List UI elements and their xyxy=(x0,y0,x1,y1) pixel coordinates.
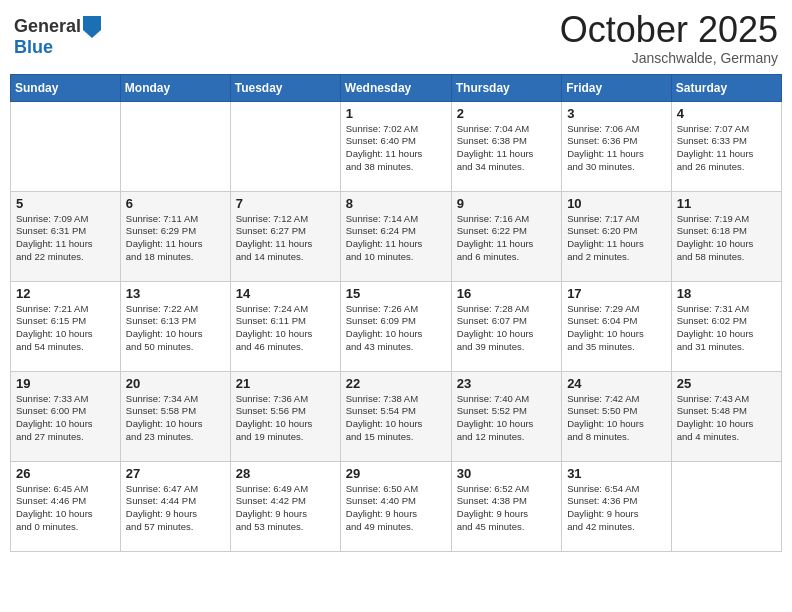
day-number: 15 xyxy=(346,286,446,301)
day-info: Sunrise: 7:31 AM Sunset: 6:02 PM Dayligh… xyxy=(677,303,776,354)
calendar-cell: 20Sunrise: 7:34 AM Sunset: 5:58 PM Dayli… xyxy=(120,371,230,461)
week-row-5: 26Sunrise: 6:45 AM Sunset: 4:46 PM Dayli… xyxy=(11,461,782,551)
title-block: October 2025 Janschwalde, Germany xyxy=(560,10,778,66)
calendar-cell: 31Sunrise: 6:54 AM Sunset: 4:36 PM Dayli… xyxy=(562,461,672,551)
day-info: Sunrise: 7:12 AM Sunset: 6:27 PM Dayligh… xyxy=(236,213,335,264)
month-title: October 2025 xyxy=(560,10,778,50)
day-info: Sunrise: 7:16 AM Sunset: 6:22 PM Dayligh… xyxy=(457,213,556,264)
day-info: Sunrise: 7:29 AM Sunset: 6:04 PM Dayligh… xyxy=(567,303,666,354)
day-info: Sunrise: 7:07 AM Sunset: 6:33 PM Dayligh… xyxy=(677,123,776,174)
day-info: Sunrise: 7:26 AM Sunset: 6:09 PM Dayligh… xyxy=(346,303,446,354)
calendar-table: SundayMondayTuesdayWednesdayThursdayFrid… xyxy=(10,74,782,552)
day-number: 18 xyxy=(677,286,776,301)
day-number: 9 xyxy=(457,196,556,211)
day-number: 23 xyxy=(457,376,556,391)
calendar-cell: 24Sunrise: 7:42 AM Sunset: 5:50 PM Dayli… xyxy=(562,371,672,461)
calendar-cell: 26Sunrise: 6:45 AM Sunset: 4:46 PM Dayli… xyxy=(11,461,121,551)
day-info: Sunrise: 6:54 AM Sunset: 4:36 PM Dayligh… xyxy=(567,483,666,534)
weekday-friday: Friday xyxy=(562,74,672,101)
calendar-body: 1Sunrise: 7:02 AM Sunset: 6:40 PM Daylig… xyxy=(11,101,782,551)
day-number: 11 xyxy=(677,196,776,211)
day-number: 28 xyxy=(236,466,335,481)
weekday-monday: Monday xyxy=(120,74,230,101)
day-info: Sunrise: 7:06 AM Sunset: 6:36 PM Dayligh… xyxy=(567,123,666,174)
day-number: 5 xyxy=(16,196,115,211)
week-row-2: 5Sunrise: 7:09 AM Sunset: 6:31 PM Daylig… xyxy=(11,191,782,281)
calendar-cell xyxy=(671,461,781,551)
day-info: Sunrise: 7:11 AM Sunset: 6:29 PM Dayligh… xyxy=(126,213,225,264)
day-number: 20 xyxy=(126,376,225,391)
day-number: 21 xyxy=(236,376,335,391)
day-number: 19 xyxy=(16,376,115,391)
day-info: Sunrise: 7:21 AM Sunset: 6:15 PM Dayligh… xyxy=(16,303,115,354)
day-number: 1 xyxy=(346,106,446,121)
logo-icon xyxy=(83,16,101,38)
day-number: 22 xyxy=(346,376,446,391)
calendar-cell: 14Sunrise: 7:24 AM Sunset: 6:11 PM Dayli… xyxy=(230,281,340,371)
week-row-1: 1Sunrise: 7:02 AM Sunset: 6:40 PM Daylig… xyxy=(11,101,782,191)
day-info: Sunrise: 6:45 AM Sunset: 4:46 PM Dayligh… xyxy=(16,483,115,534)
day-number: 30 xyxy=(457,466,556,481)
day-info: Sunrise: 6:49 AM Sunset: 4:42 PM Dayligh… xyxy=(236,483,335,534)
day-info: Sunrise: 7:14 AM Sunset: 6:24 PM Dayligh… xyxy=(346,213,446,264)
day-info: Sunrise: 7:36 AM Sunset: 5:56 PM Dayligh… xyxy=(236,393,335,444)
day-number: 2 xyxy=(457,106,556,121)
calendar-cell: 12Sunrise: 7:21 AM Sunset: 6:15 PM Dayli… xyxy=(11,281,121,371)
weekday-sunday: Sunday xyxy=(11,74,121,101)
day-number: 10 xyxy=(567,196,666,211)
calendar-cell: 23Sunrise: 7:40 AM Sunset: 5:52 PM Dayli… xyxy=(451,371,561,461)
day-number: 25 xyxy=(677,376,776,391)
day-number: 3 xyxy=(567,106,666,121)
logo-blue: Blue xyxy=(14,37,53,57)
day-info: Sunrise: 7:04 AM Sunset: 6:38 PM Dayligh… xyxy=(457,123,556,174)
day-info: Sunrise: 7:33 AM Sunset: 6:00 PM Dayligh… xyxy=(16,393,115,444)
calendar-cell: 25Sunrise: 7:43 AM Sunset: 5:48 PM Dayli… xyxy=(671,371,781,461)
location: Janschwalde, Germany xyxy=(560,50,778,66)
day-info: Sunrise: 7:09 AM Sunset: 6:31 PM Dayligh… xyxy=(16,213,115,264)
calendar-cell: 18Sunrise: 7:31 AM Sunset: 6:02 PM Dayli… xyxy=(671,281,781,371)
logo-general: General xyxy=(14,17,81,37)
calendar-cell: 16Sunrise: 7:28 AM Sunset: 6:07 PM Dayli… xyxy=(451,281,561,371)
day-info: Sunrise: 7:22 AM Sunset: 6:13 PM Dayligh… xyxy=(126,303,225,354)
day-info: Sunrise: 6:50 AM Sunset: 4:40 PM Dayligh… xyxy=(346,483,446,534)
day-number: 7 xyxy=(236,196,335,211)
day-number: 8 xyxy=(346,196,446,211)
calendar-cell: 17Sunrise: 7:29 AM Sunset: 6:04 PM Dayli… xyxy=(562,281,672,371)
weekday-header-row: SundayMondayTuesdayWednesdayThursdayFrid… xyxy=(11,74,782,101)
calendar-cell: 11Sunrise: 7:19 AM Sunset: 6:18 PM Dayli… xyxy=(671,191,781,281)
day-info: Sunrise: 7:02 AM Sunset: 6:40 PM Dayligh… xyxy=(346,123,446,174)
calendar-cell: 13Sunrise: 7:22 AM Sunset: 6:13 PM Dayli… xyxy=(120,281,230,371)
week-row-3: 12Sunrise: 7:21 AM Sunset: 6:15 PM Dayli… xyxy=(11,281,782,371)
calendar-cell: 9Sunrise: 7:16 AM Sunset: 6:22 PM Daylig… xyxy=(451,191,561,281)
calendar-cell: 3Sunrise: 7:06 AM Sunset: 6:36 PM Daylig… xyxy=(562,101,672,191)
calendar-cell: 7Sunrise: 7:12 AM Sunset: 6:27 PM Daylig… xyxy=(230,191,340,281)
calendar-cell: 21Sunrise: 7:36 AM Sunset: 5:56 PM Dayli… xyxy=(230,371,340,461)
weekday-wednesday: Wednesday xyxy=(340,74,451,101)
calendar-cell xyxy=(11,101,121,191)
day-number: 4 xyxy=(677,106,776,121)
day-info: Sunrise: 7:24 AM Sunset: 6:11 PM Dayligh… xyxy=(236,303,335,354)
day-number: 24 xyxy=(567,376,666,391)
calendar-cell xyxy=(120,101,230,191)
day-info: Sunrise: 7:38 AM Sunset: 5:54 PM Dayligh… xyxy=(346,393,446,444)
day-number: 12 xyxy=(16,286,115,301)
page-header: General Blue October 2025 Janschwalde, G… xyxy=(10,10,782,66)
calendar-cell: 19Sunrise: 7:33 AM Sunset: 6:00 PM Dayli… xyxy=(11,371,121,461)
day-number: 13 xyxy=(126,286,225,301)
weekday-tuesday: Tuesday xyxy=(230,74,340,101)
day-number: 26 xyxy=(16,466,115,481)
day-info: Sunrise: 7:28 AM Sunset: 6:07 PM Dayligh… xyxy=(457,303,556,354)
calendar-cell: 6Sunrise: 7:11 AM Sunset: 6:29 PM Daylig… xyxy=(120,191,230,281)
calendar-cell: 29Sunrise: 6:50 AM Sunset: 4:40 PM Dayli… xyxy=(340,461,451,551)
day-info: Sunrise: 7:19 AM Sunset: 6:18 PM Dayligh… xyxy=(677,213,776,264)
calendar-cell: 22Sunrise: 7:38 AM Sunset: 5:54 PM Dayli… xyxy=(340,371,451,461)
day-info: Sunrise: 6:52 AM Sunset: 4:38 PM Dayligh… xyxy=(457,483,556,534)
day-info: Sunrise: 7:43 AM Sunset: 5:48 PM Dayligh… xyxy=(677,393,776,444)
calendar-cell xyxy=(230,101,340,191)
calendar-cell: 27Sunrise: 6:47 AM Sunset: 4:44 PM Dayli… xyxy=(120,461,230,551)
day-number: 14 xyxy=(236,286,335,301)
day-info: Sunrise: 7:42 AM Sunset: 5:50 PM Dayligh… xyxy=(567,393,666,444)
logo: General Blue xyxy=(14,16,101,58)
day-number: 6 xyxy=(126,196,225,211)
day-info: Sunrise: 7:17 AM Sunset: 6:20 PM Dayligh… xyxy=(567,213,666,264)
